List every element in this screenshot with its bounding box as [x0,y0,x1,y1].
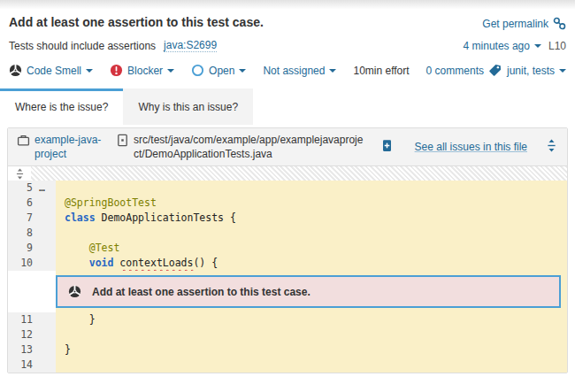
permalink-icon [553,17,566,30]
file-icon [116,134,129,147]
code-text [56,327,567,342]
file-header: example-java-project src/test/java/com/e… [8,128,567,166]
code-token [65,257,89,269]
line-number-text: 7 [8,211,33,226]
assignee-dropdown[interactable]: Not assigned [263,65,336,77]
code-text: @Test [56,241,567,256]
code-text [56,357,567,373]
code-snippet-panel: example-java-project src/test/java/com/e… [7,127,568,373]
code-smell-icon [9,64,22,77]
issue-message-text: Add at least one assertion to this test … [92,286,310,298]
line-number-text: 13 [8,342,33,357]
line-number-text: 10 [8,256,33,271]
code-text [56,181,567,196]
line-number-14[interactable]: 14 [8,357,56,373]
expand-file-button[interactable] [545,139,558,155]
code-text [56,226,567,241]
tags-label: junit, tests [507,65,566,77]
get-permalink-link[interactable]: Get permalink [482,17,566,30]
tags-dropdown[interactable]: junit, tests [488,64,566,77]
code-line-14: 14 [8,357,567,373]
see-all-issues-link[interactable]: See all issues in this file [415,141,527,153]
line-number-text: 14 [8,357,33,373]
comments-link[interactable]: 0 comments [426,65,484,77]
project-name: example-java-project [34,133,107,161]
code-text: void contextLoads() { [56,256,567,271]
code-line-6: 6@SpringBootTest [8,196,567,211]
code-token: void [89,257,114,269]
line-number-text: 6 [8,196,33,211]
code-token: @SpringBootTest [65,196,157,209]
code-token: () { [193,257,218,269]
code-lines-below: 11 }1213}14 [8,312,567,373]
line-number-12[interactable]: 12 [8,327,56,342]
code-text: @SpringBootTest [56,196,567,211]
issue-header-left: Add at least one assertion to this test … [9,15,264,52]
code-token: DemoApplicationTests { [96,211,236,224]
line-number-11[interactable]: 11 [8,312,56,327]
code-line-9: 9 @Test [8,241,567,256]
code-line-10: 10 void contextLoads() { [8,256,567,271]
severity-label: Blocker [127,65,174,77]
line-number-text: 8 [8,226,33,241]
top-shadow-divider [0,0,575,9]
changelog-dropdown[interactable]: 4 minutes ago [464,40,541,52]
pin-file-button[interactable] [380,139,394,155]
collapsed-lines-hatch [31,166,567,181]
type-label: Code Smell [27,65,93,77]
line-number-7[interactable]: 7 [8,211,56,226]
code-text: } [56,342,567,357]
open-status-icon [191,64,204,77]
tag-icon [488,64,502,77]
line-number-9[interactable]: 9 [8,241,56,256]
line-number-13[interactable]: 13 [8,342,56,357]
line-number-text: 5 [8,181,33,196]
line-number-text: 9 [8,241,33,256]
issue-highlighted-code: contextLoads [119,257,193,269]
pin-file-icon [380,139,394,152]
rule-key-link[interactable]: java:S2699 [164,39,217,52]
code-token: @Test [89,242,120,254]
tab-why-is-this-an-issue[interactable]: Why is this an issue? [123,88,253,125]
issue-attributes: Code Smell Blocker Open Not assigned 10m… [9,64,488,77]
code-token: } [65,313,96,326]
expand-lines-icon [14,168,26,180]
issue-row-gutter [8,271,56,312]
line-number-text: 11 [8,312,33,327]
tab-where-is-the-issue[interactable]: Where is the issue? [0,88,123,125]
line-number-10[interactable]: 10 [8,256,56,271]
blocker-icon [110,64,123,77]
code-line-7: 7class DemoApplicationTests { [8,211,567,226]
file-path-text: src/test/java/com/example/app/examplejav… [134,133,366,161]
permalink-label: Get permalink [482,18,548,30]
issue-detail-page: { "header": { "title": "Add at least one… [0,0,575,392]
status-label: Open [209,65,246,77]
collapsed-ellipsis: … [39,181,46,196]
code-line-8: 8 [8,226,567,241]
project-icon [17,134,30,147]
code-text: } [56,312,567,327]
effort-label: 10min effort [353,65,409,77]
project-link[interactable]: example-java-project [17,133,107,161]
age-row: 4 minutes ago L10 [464,40,566,52]
expand-lines-above-button[interactable] [8,166,31,181]
line-number-text: 12 [8,327,33,342]
issue-tabs: Where is the issue? Why is this an issue… [0,88,575,125]
issue-header: Add at least one assertion to this test … [0,9,575,52]
code-lines-above: 5…6@SpringBootTest7class DemoApplication… [8,181,567,271]
type-dropdown[interactable]: Code Smell [9,64,93,77]
code-line-12: 12 [8,327,567,342]
expand-vertical-icon [545,139,558,152]
severity-dropdown[interactable]: Blocker [110,64,174,77]
issue-message-box[interactable]: Add at least one assertion to this test … [56,275,561,308]
status-dropdown[interactable]: Open [191,64,246,77]
issue-attributes-row: Code Smell Blocker Open Not assigned 10m… [0,52,575,77]
line-number-5[interactable]: 5… [8,181,56,196]
code-token: class [65,211,96,224]
line-number-8[interactable]: 8 [8,226,56,241]
line-number-6[interactable]: 6 [8,196,56,211]
file-path: src/test/java/com/example/app/examplejav… [116,133,366,161]
code-token: } [65,343,71,356]
code-line-11: 11 } [8,312,567,327]
issue-line-ref: L10 [548,40,566,52]
